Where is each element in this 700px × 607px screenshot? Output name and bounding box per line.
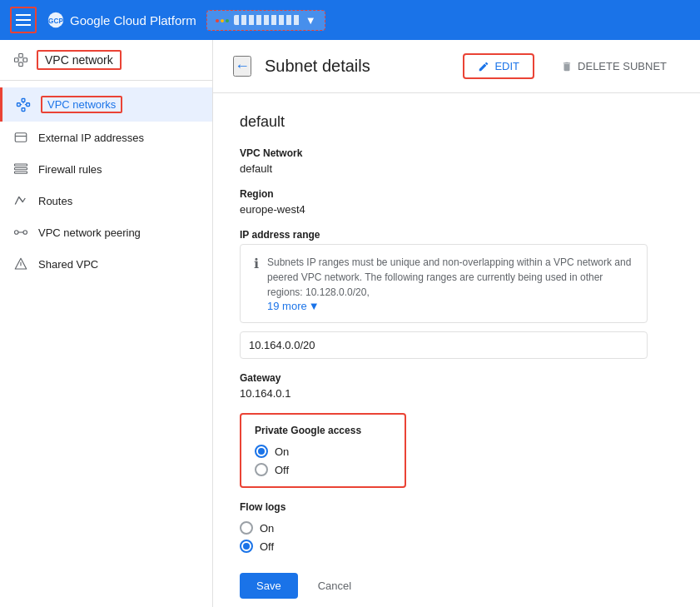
page-title: Subnet details — [265, 57, 449, 76]
pga-radio-group: On Off — [255, 445, 391, 476]
svg-rect-25 — [15, 172, 27, 173]
sidebar-nav: VPC networks External IP addresses — [0, 81, 212, 286]
flow-logs-off-radio[interactable] — [240, 540, 253, 553]
flow-logs-field: Flow logs On Off — [240, 501, 673, 553]
sidebar-item-external-ip[interactable]: External IP addresses — [0, 122, 212, 153]
pga-on-radio[interactable] — [255, 445, 268, 458]
svg-rect-5 — [15, 58, 19, 62]
ip-range-info-content: Subnets IP ranges must be unique and non… — [267, 255, 633, 312]
vpc-header-icon — [13, 52, 28, 67]
shared-vpc-label: Shared VPC — [38, 258, 98, 271]
sidebar-item-vpc-peering[interactable]: VPC network peering — [0, 216, 212, 248]
back-button[interactable]: ← — [233, 56, 251, 77]
layout: VPC network VPC network — [0, 40, 700, 607]
edit-icon — [478, 61, 489, 72]
svg-rect-8 — [19, 62, 23, 67]
flow-logs-on-label: On — [260, 522, 274, 535]
firewall-label: Firewall rules — [38, 163, 102, 176]
flow-logs-on-option[interactable]: On — [240, 521, 673, 535]
region-label: Region — [240, 188, 673, 200]
peering-icon — [13, 225, 28, 240]
project-dots-icon — [216, 17, 229, 24]
gcp-logo-icon: GCP — [47, 11, 65, 29]
edit-button[interactable]: EDIT — [463, 53, 534, 79]
sidebar-header: VPC network — [0, 40, 212, 81]
action-buttons: Save Cancel — [240, 573, 673, 599]
main-content: ← Subnet details EDIT DELETE SUBNET defa… — [213, 40, 700, 607]
cancel-button[interactable]: Cancel — [308, 573, 361, 599]
info-icon: ℹ — [254, 256, 259, 271]
svg-rect-16 — [22, 107, 25, 111]
page-header: ← Subnet details EDIT DELETE SUBNET — [213, 40, 700, 93]
sidebar-item-shared-vpc[interactable]: Shared VPC — [0, 248, 212, 280]
pga-off-option[interactable]: Off — [255, 463, 391, 476]
more-link[interactable]: 19 more ▼ — [267, 300, 633, 312]
private-google-access-field: Private Google access On Off — [240, 413, 673, 488]
ip-range-info-box: ℹ Subnets IP ranges must be unique and n… — [240, 244, 648, 323]
pga-on-label: On — [275, 445, 289, 458]
region-field: Region europe-west4 — [240, 188, 673, 216]
topbar-title: Google Cloud Platform — [70, 13, 196, 27]
region-value: europe-west4 — [240, 203, 673, 216]
svg-point-4 — [226, 19, 229, 22]
sidebar: VPC network VPC network — [0, 40, 213, 607]
flow-logs-off-option[interactable]: Off — [240, 540, 673, 553]
svg-rect-13 — [17, 102, 21, 106]
more-chevron-icon: ▼ — [309, 300, 320, 312]
content-area: default VPC Network default Region europ… — [213, 93, 700, 607]
routes-icon — [13, 193, 28, 208]
svg-point-27 — [23, 231, 27, 235]
vpc-networks-label: VPC networks — [41, 96, 122, 113]
flow-logs-on-radio[interactable] — [240, 521, 253, 535]
sidebar-item-routes[interactable]: Routes — [0, 185, 212, 216]
shared-vpc-icon — [13, 256, 28, 271]
gateway-label: Gateway — [240, 372, 673, 384]
ip-range-field: IP address range ℹ Subnets IP ranges mus… — [240, 229, 673, 359]
svg-rect-21 — [15, 133, 27, 142]
ip-range-input[interactable] — [240, 331, 648, 359]
firewall-icon — [13, 162, 28, 177]
ip-range-label: IP address range — [240, 229, 673, 241]
gateway-value: 10.164.0.1 — [240, 387, 673, 400]
pga-title: Private Google access — [255, 425, 391, 436]
delete-button[interactable]: DELETE SUBNET — [548, 55, 680, 77]
private-google-access-box: Private Google access On Off — [240, 413, 406, 488]
vpc-network-value: default — [240, 162, 673, 175]
svg-rect-15 — [22, 98, 25, 102]
delete-label: DELETE SUBNET — [578, 60, 667, 72]
delete-icon — [561, 61, 573, 72]
svg-point-26 — [15, 231, 19, 235]
vpc-peering-label: VPC network peering — [38, 226, 141, 239]
pga-on-option[interactable]: On — [255, 445, 391, 458]
sidebar-title: VPC network — [37, 50, 122, 70]
external-ip-icon — [13, 130, 28, 145]
flow-logs-off-label: Off — [260, 540, 274, 553]
gateway-field: Gateway 10.164.0.1 — [240, 372, 673, 400]
menu-button[interactable] — [10, 7, 37, 33]
ip-range-info-text: Subnets IP ranges must be unique and non… — [267, 256, 631, 298]
vpc-network-label: VPC Network — [240, 147, 673, 159]
pga-off-label: Off — [275, 464, 289, 476]
svg-rect-6 — [23, 58, 27, 62]
project-chevron-icon: ▼ — [305, 14, 316, 27]
svg-rect-24 — [15, 168, 27, 170]
pga-off-radio[interactable] — [255, 463, 268, 476]
sidebar-item-vpc-networks[interactable]: VPC networks — [0, 87, 212, 122]
project-selector[interactable]: ▼ — [206, 10, 325, 31]
external-ip-label: External IP addresses — [38, 132, 144, 144]
more-label: 19 more — [267, 300, 307, 312]
sidebar-item-firewall[interactable]: Firewall rules — [0, 153, 212, 185]
routes-label: Routes — [38, 195, 72, 207]
svg-point-3 — [221, 19, 224, 22]
subnet-name: default — [240, 113, 673, 131]
svg-rect-23 — [15, 164, 27, 166]
vpc-network-field: VPC Network default — [240, 147, 673, 175]
svg-point-2 — [216, 19, 219, 22]
svg-rect-14 — [27, 102, 30, 106]
save-button[interactable]: Save — [240, 573, 298, 599]
flow-logs-title: Flow logs — [240, 501, 673, 513]
vpc-networks-icon — [16, 97, 31, 112]
svg-rect-7 — [19, 54, 23, 58]
flow-logs-radio-group: On Off — [240, 521, 673, 553]
topbar: GCP Google Cloud Platform ▼ — [0, 0, 700, 40]
